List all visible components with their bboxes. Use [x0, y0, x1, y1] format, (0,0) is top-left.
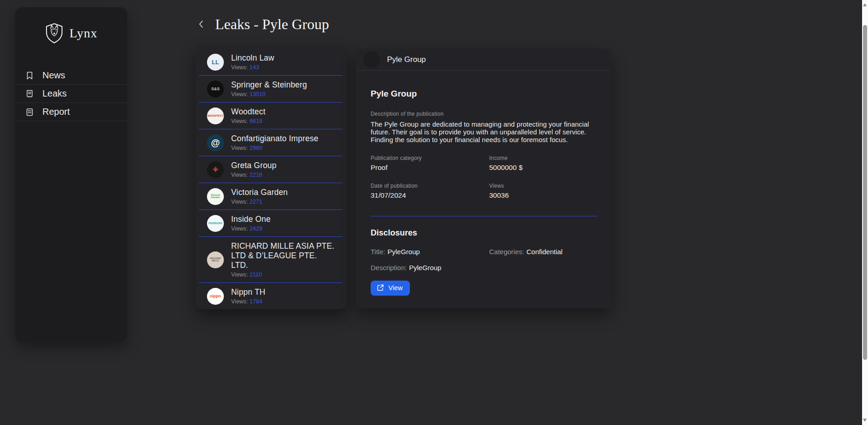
leak-list-item[interactable]: LLLincoln LawViews:143	[199, 49, 342, 76]
leak-avatar: Victoria Garden	[207, 188, 224, 205]
disclosure-categories-value: Confidential	[527, 248, 563, 256]
views-value: 2960	[250, 145, 263, 151]
section-divider	[371, 216, 597, 216]
leak-views: Views:2216	[231, 172, 335, 178]
leak-list-item[interactable]: nippnNippn THViews:1784	[199, 283, 342, 309]
views-value: 2216	[250, 172, 263, 178]
page-title: Leaks - Pyle Group	[215, 16, 329, 33]
leak-avatar: WOODTECT	[207, 108, 224, 124]
leak-avatar: nippn	[207, 288, 224, 305]
leak-list-item[interactable]: S&SSpringer & SteinbergViews:13010	[199, 76, 342, 102]
disclosure-categories: Categories:Confidential	[489, 248, 597, 256]
views-value: 6618	[250, 118, 263, 124]
leak-name: Woodtect	[231, 107, 335, 117]
views-label: Views:	[231, 271, 248, 278]
leak-meta: Springer & SteinbergViews:13010	[231, 80, 335, 97]
scroll-up-icon[interactable]	[863, 3, 867, 6]
leak-meta: Victoria GardenViews:2271	[231, 188, 335, 205]
leak-avatar: insideone	[207, 215, 224, 232]
sidebar-item-news[interactable]: News	[15, 67, 127, 85]
leak-meta: Lincoln LawViews:143	[231, 53, 335, 71]
leak-meta: Nippn THViews:1784	[231, 287, 335, 305]
publication-fields: Publication category Proof Income 500000…	[371, 155, 597, 200]
leak-views: Views:6618	[231, 118, 335, 124]
sidebar-item-report[interactable]: Report	[15, 103, 127, 121]
leak-views: Views:143	[231, 64, 335, 71]
view-button-label: View	[388, 284, 403, 292]
disclosure-description: Description:PyleGroup	[371, 264, 489, 271]
leak-name: Greta Group	[231, 161, 335, 170]
field-value: 30036	[489, 191, 597, 200]
field-value: Proof	[371, 164, 489, 172]
detail-header-title: Pyle Group	[387, 55, 426, 64]
brand: Lynx	[15, 7, 127, 46]
detail-avatar	[363, 51, 380, 68]
field-date-of-publication: Date of publication 31/07/2024	[371, 183, 489, 200]
leak-meta: Inside OneViews:2429	[231, 215, 335, 232]
sidebar-item-label: News	[42, 70, 65, 81]
leak-list-item[interactable]: Victoria GardenVictoria GardenViews:2271	[199, 183, 342, 210]
leak-meta: RICHARD MILLE ASIA PTE. LTD & D’LEAGUE P…	[231, 241, 335, 278]
leak-meta: Greta GroupViews:2216	[231, 161, 335, 178]
views-label: Views:	[231, 64, 248, 71]
leak-meta: WoodtectViews:6618	[231, 107, 335, 124]
sidebar-item-label: Report	[42, 107, 70, 117]
disclosure-title: Title:PyleGroup	[371, 248, 489, 256]
field-views: Views 30036	[489, 183, 597, 200]
leak-name: Lincoln Law	[231, 53, 335, 63]
detail-title: Pyle Group	[371, 89, 597, 99]
leak-views: Views:2271	[231, 199, 335, 205]
leak-list: LLLincoln LawViews:143S&SSpringer & Stei…	[195, 45, 347, 309]
disclosure-title-value: PyleGroup	[388, 248, 420, 256]
brand-name: Lynx	[69, 26, 98, 41]
leak-name: Nippn TH	[231, 287, 335, 297]
scrollbar-thumb[interactable]	[863, 25, 867, 360]
disclosure-description-value: PyleGroup	[409, 264, 441, 271]
main-header: Leaks - Pyle Group	[196, 14, 329, 35]
bookmark-icon	[25, 71, 34, 80]
sidebar-item-leaks[interactable]: Leaks	[15, 85, 127, 103]
field-income: Income 5000000 $	[489, 155, 597, 172]
leak-avatar: ✚	[207, 161, 224, 178]
leak-views: Views:13010	[231, 91, 335, 97]
description-text: The Pyle Group are dedicated to managing…	[371, 121, 594, 144]
views-value: 1784	[250, 298, 263, 305]
leak-list-item[interactable]: WOODTECTWoodtectViews:6618	[199, 102, 342, 129]
disclosure-fields: Title:PyleGroup Categories:Confidential …	[371, 248, 597, 271]
views-label: Views:	[231, 145, 248, 151]
leak-list-item[interactable]: @Confartigianato ImpreseViews:2960	[199, 129, 342, 156]
field-value: 5000000 $	[489, 164, 597, 172]
leak-name: Confartigianato Imprese	[231, 134, 335, 143]
detail-body: Pyle Group Description of the publicatio…	[356, 71, 611, 296]
disclosure-description-label: Description:	[371, 264, 407, 271]
field-label: Date of publication	[371, 183, 489, 189]
views-value: 13010	[250, 91, 266, 97]
leak-avatar: RICHARD MILLE	[207, 251, 224, 268]
field-label: Publication category	[371, 155, 489, 161]
scrollbar[interactable]	[862, 0, 868, 425]
scroll-down-icon[interactable]	[863, 419, 867, 422]
leak-avatar: S&S	[207, 81, 224, 97]
view-button[interactable]: View	[371, 281, 410, 296]
field-value: 31/07/2024	[371, 191, 489, 200]
back-button[interactable]	[196, 19, 206, 29]
views-label: Views:	[231, 225, 248, 232]
external-link-icon	[377, 284, 384, 291]
leak-meta: Confartigianato ImpreseViews:2960	[231, 134, 335, 151]
detail-header: Pyle Group	[356, 49, 611, 71]
leak-list-item[interactable]: ✚Greta GroupViews:2216	[199, 156, 342, 183]
leak-name: RICHARD MILLE ASIA PTE. LTD & D’LEAGUE P…	[231, 241, 335, 270]
leak-list-item[interactable]: insideoneInside OneViews:2429	[199, 210, 342, 237]
leak-name: Inside One	[231, 215, 335, 224]
leak-list-item[interactable]: RICHARD MILLERICHARD MILLE ASIA PTE. LTD…	[199, 237, 342, 283]
sidebar-menu: News Leaks Report	[15, 67, 127, 121]
disclosure-title-label: Title:	[371, 248, 385, 256]
disclosures-heading: Disclosures	[371, 228, 597, 238]
views-label: Views:	[231, 172, 248, 178]
views-value: 2110	[250, 271, 262, 278]
field-publication-category: Publication category Proof	[371, 155, 489, 172]
leak-views: Views:1784	[231, 298, 335, 305]
leak-name: Springer & Steinberg	[231, 80, 335, 90]
detail-panel: Pyle Group Pyle Group Description of the…	[356, 49, 611, 308]
field-label: Views	[489, 183, 597, 189]
